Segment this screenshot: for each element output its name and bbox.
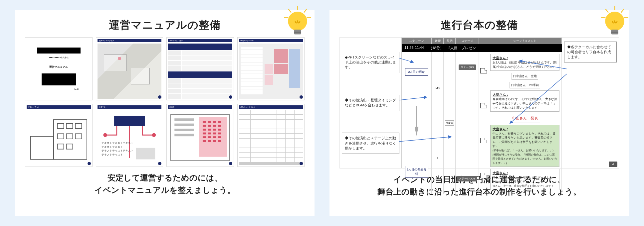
timeline-header: スクリーン 音響 照明 ステージ シーン / コメント bbox=[402, 38, 562, 44]
lane-notes bbox=[479, 52, 488, 194]
svg-rect-54 bbox=[174, 124, 194, 126]
svg-rect-38 bbox=[208, 129, 211, 131]
svg-point-21 bbox=[152, 133, 156, 137]
svg-line-58 bbox=[606, 9, 608, 12]
thumb-venue-flow: 会場フロー テキストテキストテキストテキストテキスト テキストテキストテキストテ… bbox=[96, 104, 163, 167]
lane-stage: ステージIN ステージOUT bbox=[456, 52, 479, 194]
right-callouts: ◆各テクニカルに合わせての司会者セリフ台本を作成します。 bbox=[562, 38, 619, 168]
svg-rect-31 bbox=[213, 121, 216, 123]
callout-mc-script: ◆各テクニカルに合わせての司会者セリフ台本を作成します。 bbox=[564, 42, 617, 62]
svg-rect-40 bbox=[218, 129, 221, 131]
svg-text:テキストテキスト: テキストテキスト bbox=[101, 153, 122, 156]
thumb-room-layout: 控室レイアウト bbox=[25, 104, 93, 167]
note-icon bbox=[480, 68, 487, 73]
svg-rect-30 bbox=[208, 121, 211, 123]
svg-rect-47 bbox=[213, 136, 216, 138]
svg-rect-29 bbox=[203, 121, 206, 123]
svg-rect-41 bbox=[203, 133, 206, 135]
manual-thumbnails: ●●●●●●●●●●株式会社 運営マニュアル Ver.1.0 近隣マップ/アクセ… bbox=[25, 37, 305, 167]
svg-text:テキストテキストテキスト: テキストテキストテキスト bbox=[101, 142, 133, 145]
svg-rect-13 bbox=[75, 124, 82, 129]
lightbulb-icon bbox=[283, 5, 313, 42]
svg-rect-17 bbox=[57, 144, 64, 149]
svg-line-1 bbox=[289, 9, 291, 12]
arrow-down-icon bbox=[415, 106, 419, 136]
svg-rect-9 bbox=[31, 136, 54, 159]
svg-rect-64 bbox=[611, 31, 618, 32]
thumb-checklist: 備品チェックリスト bbox=[237, 104, 305, 167]
svg-rect-26 bbox=[136, 148, 155, 160]
thumb-schedule: 準備スケジュール bbox=[237, 37, 305, 100]
script-card: 進行台本の整備 ◆PPTスクリーンなどのスライド上の演出をその他と連動します。 … bbox=[329, 10, 629, 216]
svg-line-2 bbox=[304, 9, 307, 12]
thumb-seating: 座席表 bbox=[166, 104, 234, 167]
callout-bgm: ◆その他演出・登壇タイミングなどとBGMを合わせます。 bbox=[342, 95, 399, 111]
svg-rect-55 bbox=[174, 129, 194, 131]
svg-rect-14 bbox=[57, 134, 64, 139]
lightbulb-icon bbox=[600, 5, 630, 42]
chip-slides: 2人目の発表資料 bbox=[405, 166, 428, 178]
svg-rect-63 bbox=[611, 30, 618, 34]
svg-point-20 bbox=[103, 133, 107, 137]
lane-light: 登壇者 bbox=[444, 52, 456, 194]
manual-title: 運営マニュアルの整備 bbox=[25, 18, 305, 33]
svg-rect-42 bbox=[208, 133, 211, 135]
svg-rect-39 bbox=[213, 129, 216, 131]
svg-rect-7 bbox=[294, 31, 301, 32]
lane-sound: M3 ♪ bbox=[432, 52, 444, 194]
svg-rect-16 bbox=[75, 134, 82, 139]
svg-rect-11 bbox=[57, 124, 64, 129]
svg-rect-46 bbox=[208, 136, 211, 138]
svg-rect-6 bbox=[294, 30, 301, 34]
svg-rect-32 bbox=[218, 121, 221, 123]
svg-rect-48 bbox=[218, 136, 221, 138]
svg-rect-12 bbox=[66, 124, 73, 129]
chip-intro: 2人目の紹介 bbox=[405, 68, 428, 76]
svg-rect-49 bbox=[203, 140, 206, 142]
callout-stage: ◆その他演出とステージ上の動きを連動させ、進行を滞りなく動かします。 bbox=[342, 133, 399, 154]
manual-card: 運営マニュアルの整備 ●●●●●●●●●●株式会社 運営マニュアル Ver.1.… bbox=[15, 10, 315, 216]
svg-line-59 bbox=[621, 9, 624, 12]
svg-rect-43 bbox=[213, 133, 216, 135]
stage-in: ステージIN bbox=[459, 64, 476, 70]
note-icon bbox=[480, 173, 487, 178]
thumb-access-map: 近隣マップ/アクセス bbox=[96, 37, 163, 100]
svg-rect-36 bbox=[218, 125, 221, 127]
svg-rect-34 bbox=[208, 125, 211, 127]
manual-caption: 安定して運営するためのには、 イベントマニュアルを整えましょう。 bbox=[25, 171, 305, 196]
svg-rect-35 bbox=[213, 125, 216, 127]
svg-rect-19 bbox=[114, 116, 145, 126]
callout-screen: ◆PPTスクリーンなどのスライド上の演出をその他と連動します。 bbox=[342, 52, 399, 73]
stage-out: ステージOUT bbox=[457, 176, 477, 181]
thumb-program: プログラム 全体 bbox=[166, 37, 234, 100]
lane-screen: 2人目の紹介 2人目の発表資料 bbox=[402, 52, 432, 194]
time-bar: 11:26-11:44 （18分） 2人目 プレゼン bbox=[402, 44, 562, 52]
svg-rect-45 bbox=[203, 136, 206, 138]
svg-rect-18 bbox=[66, 144, 73, 149]
svg-rect-44 bbox=[218, 133, 221, 135]
left-callouts: ◆PPTスクリーンなどのスライド上の演出をその他と連動します。 ◆その他演出・登… bbox=[340, 38, 401, 168]
svg-text:テキストテキストテキスト: テキストテキストテキスト bbox=[101, 149, 133, 152]
script-diagram: ◆PPTスクリーンなどのスライド上の演出をその他と連動します。 ◆その他演出・登… bbox=[339, 37, 619, 169]
svg-rect-51 bbox=[213, 140, 216, 142]
svg-rect-33 bbox=[203, 125, 206, 127]
svg-rect-65 bbox=[611, 32, 618, 33]
svg-rect-8 bbox=[294, 32, 301, 33]
svg-rect-56 bbox=[174, 134, 194, 136]
thumb-cover: ●●●●●●●●●●株式会社 運営マニュアル Ver.1.0 bbox=[25, 37, 93, 100]
svg-text:テキストテキスト: テキストテキスト bbox=[101, 146, 122, 149]
note-icon bbox=[480, 103, 487, 108]
svg-rect-53 bbox=[174, 118, 194, 121]
note-icon bbox=[480, 138, 487, 143]
lane-mc-script: 大室さん : お2人目は、(所属) 中山(よみがな)さんです。(所属) 中山(よ… bbox=[488, 52, 562, 194]
svg-rect-50 bbox=[208, 140, 211, 142]
svg-rect-52 bbox=[218, 140, 221, 142]
script-title: 進行台本の整備 bbox=[339, 18, 619, 33]
svg-rect-37 bbox=[203, 129, 206, 131]
cue-sheet: スクリーン 音響 照明 ステージ シーン / コメント 11:26-11:44 … bbox=[401, 38, 562, 168]
svg-rect-15 bbox=[66, 134, 73, 139]
